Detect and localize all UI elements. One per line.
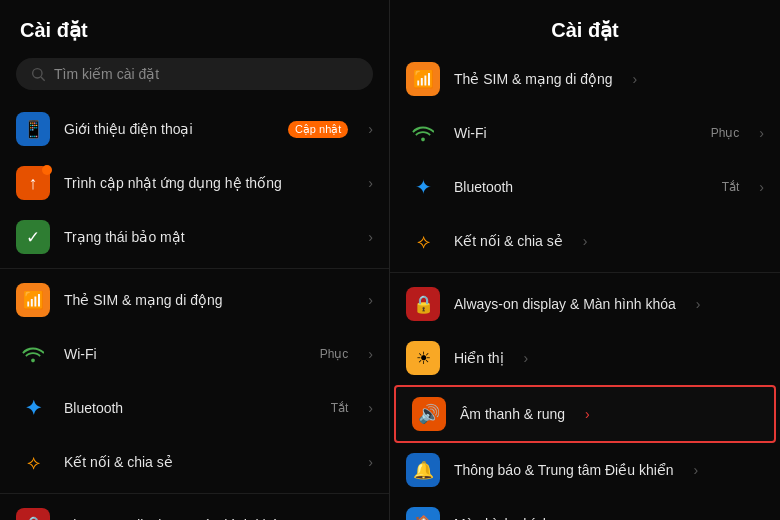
right-menu-list: 📶 Thẻ SIM & mạng di động › Wi-Fi Phục › … xyxy=(390,52,780,520)
right-menu-item-connection[interactable]: ⟡ Kết nối & chia sẻ › xyxy=(390,214,780,268)
wifi-status: Phục xyxy=(320,347,349,361)
search-placeholder: Tìm kiếm cài đặt xyxy=(54,66,159,82)
right-menu-item-display[interactable]: ☀ Hiển thị › xyxy=(390,331,780,385)
security-icon: ✓ xyxy=(16,220,50,254)
r-homescreen-icon: 🏠 xyxy=(406,507,440,520)
divider-1 xyxy=(0,268,389,269)
wifi-label: Wi-Fi xyxy=(64,345,306,363)
bluetooth-status: Tắt xyxy=(331,401,349,415)
r-sim-chevron: › xyxy=(633,71,638,87)
menu-item-update[interactable]: ↑ Trình cập nhật ứng dụng hệ thống › xyxy=(0,156,389,210)
security-label: Trạng thái bảo mật xyxy=(64,228,348,246)
r-sound-label: Âm thanh & rung xyxy=(460,405,565,423)
r-display-chevron: › xyxy=(524,350,529,366)
r-display-label: Hiển thị xyxy=(454,349,504,367)
right-menu-item-aod[interactable]: 🔒 Always-on display & Màn hình khóa › xyxy=(390,277,780,331)
aod-icon: 🔒 xyxy=(16,508,50,520)
r-divider-1 xyxy=(390,272,780,273)
right-panel: Cài đặt 📶 Thẻ SIM & mạng di động › Wi-Fi… xyxy=(390,0,780,520)
right-menu-item-sound[interactable]: 🔊 Âm thanh & rung › xyxy=(394,385,776,443)
intro-chevron: › xyxy=(368,121,373,137)
right-menu-item-notification[interactable]: 🔔 Thông báo & Trung tâm Điều khiển › xyxy=(390,443,780,497)
right-menu-item-wifi[interactable]: Wi-Fi Phục › xyxy=(390,106,780,160)
left-panel: Cài đặt Tìm kiếm cài đặt 📱 Giới thiệu đi… xyxy=(0,0,390,520)
r-wifi-label: Wi-Fi xyxy=(454,124,487,142)
menu-item-sim[interactable]: 📶 Thẻ SIM & mạng di động › xyxy=(0,273,389,327)
right-panel-title: Cài đặt xyxy=(390,0,780,52)
aod-label: Always-on display & Màn hình khóa xyxy=(64,516,348,520)
intro-badge: Cập nhật xyxy=(288,121,348,138)
security-chevron: › xyxy=(368,229,373,245)
r-aod-chevron: › xyxy=(696,296,701,312)
menu-item-security[interactable]: ✓ Trạng thái bảo mật › xyxy=(0,210,389,264)
menu-item-bluetooth[interactable]: ✦ Bluetooth Tắt › xyxy=(0,381,389,435)
r-wifi-chevron: › xyxy=(759,125,764,141)
right-menu-item-bluetooth[interactable]: ✦ Bluetooth Tắt › xyxy=(390,160,780,214)
search-bar[interactable]: Tìm kiếm cài đặt xyxy=(16,58,373,90)
r-sim-icon: 📶 xyxy=(406,62,440,96)
bluetooth-chevron: › xyxy=(368,400,373,416)
intro-icon: 📱 xyxy=(16,112,50,146)
r-notification-icon: 🔔 xyxy=(406,453,440,487)
r-bluetooth-chevron: › xyxy=(759,179,764,195)
r-wifi-status: Phục xyxy=(711,126,740,140)
bluetooth-label: Bluetooth xyxy=(64,399,317,417)
sim-icon: 📶 xyxy=(16,283,50,317)
r-sound-icon: 🔊 xyxy=(412,397,446,431)
connection-chevron: › xyxy=(368,454,373,470)
right-menu-item-homescreen[interactable]: 🏠 Màn hình chính › xyxy=(390,497,780,520)
right-menu-item-sim[interactable]: 📶 Thẻ SIM & mạng di động › xyxy=(390,52,780,106)
r-display-icon: ☀ xyxy=(406,341,440,375)
r-connection-chevron: › xyxy=(583,233,588,249)
r-bluetooth-status: Tắt xyxy=(722,180,740,194)
r-bluetooth-label: Bluetooth xyxy=(454,178,513,196)
menu-item-aod[interactable]: 🔒 Always-on display & Màn hình khóa › xyxy=(0,498,389,520)
sim-chevron: › xyxy=(368,292,373,308)
r-connection-label: Kết nối & chia sẻ xyxy=(454,232,563,250)
divider-2 xyxy=(0,493,389,494)
wifi-icon xyxy=(16,337,50,371)
r-homescreen-label: Màn hình chính xyxy=(454,515,551,520)
sim-label: Thẻ SIM & mạng di động xyxy=(64,291,348,309)
left-panel-title: Cài đặt xyxy=(0,0,389,52)
wifi-chevron: › xyxy=(368,346,373,362)
svg-line-1 xyxy=(41,77,45,81)
menu-item-connection[interactable]: ⟡ Kết nối & chia sẻ › xyxy=(0,435,389,489)
intro-label: Giới thiệu điện thoại xyxy=(64,120,274,138)
menu-item-intro[interactable]: 📱 Giới thiệu điện thoại Cập nhật › xyxy=(0,102,389,156)
r-connection-icon: ⟡ xyxy=(406,224,440,258)
r-wifi-icon xyxy=(406,116,440,150)
r-aod-icon: 🔒 xyxy=(406,287,440,321)
menu-item-wifi[interactable]: Wi-Fi Phục › xyxy=(0,327,389,381)
r-aod-label: Always-on display & Màn hình khóa xyxy=(454,295,676,313)
connection-label: Kết nối & chia sẻ xyxy=(64,453,348,471)
update-chevron: › xyxy=(368,175,373,191)
update-dot xyxy=(42,165,52,175)
r-notification-label: Thông báo & Trung tâm Điều khiển xyxy=(454,461,674,479)
bluetooth-icon: ✦ xyxy=(16,391,50,425)
update-label: Trình cập nhật ứng dụng hệ thống xyxy=(64,174,348,192)
left-menu-list: 📱 Giới thiệu điện thoại Cập nhật › ↑ Trì… xyxy=(0,102,389,520)
r-homescreen-chevron: › xyxy=(571,516,576,520)
r-notification-chevron: › xyxy=(694,462,699,478)
r-bluetooth-icon: ✦ xyxy=(406,170,440,204)
search-icon xyxy=(30,66,46,82)
r-sim-label: Thẻ SIM & mạng di động xyxy=(454,70,613,88)
svg-point-0 xyxy=(33,69,42,78)
connection-icon: ⟡ xyxy=(16,445,50,479)
r-sound-chevron: › xyxy=(585,406,590,422)
